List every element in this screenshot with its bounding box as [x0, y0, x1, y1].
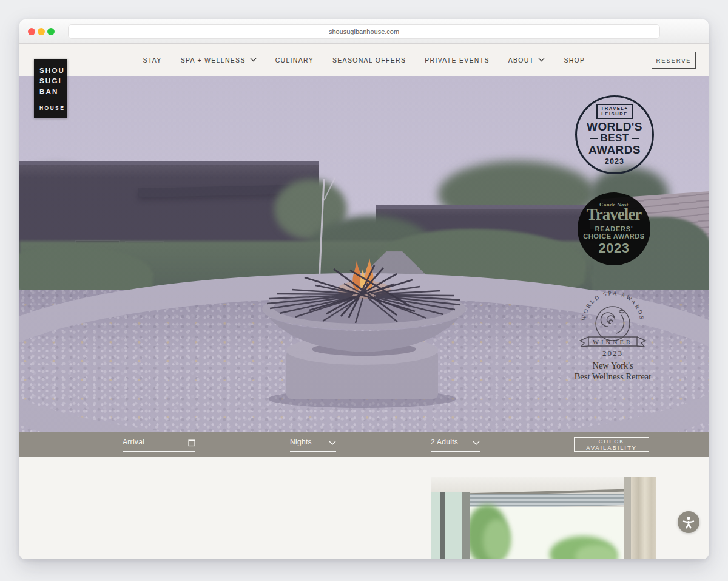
nights-select[interactable]: Nights	[290, 437, 336, 452]
nav-item-spa-wellness[interactable]: SPA + WELLNESS	[181, 56, 257, 64]
guests-value: 2 Adults	[431, 437, 458, 446]
logo-line: SUGI	[39, 76, 67, 86]
badge-brand: Traveler	[587, 205, 641, 224]
nav-item-label: PRIVATE EVENTS	[425, 56, 490, 64]
nav-links: STAY SPA + WELLNESS CULINARY SEASONAL OF…	[19, 44, 709, 76]
nav-item-label: SHOP	[564, 56, 585, 64]
badge-banner-text: WINNER	[593, 339, 633, 345]
site-logo[interactable]: SHOU SUGI BAN HOUSE	[34, 59, 67, 118]
booking-bar: Arrival Nights 2 Adults CHECK AVAILABILI…	[19, 432, 709, 457]
badge-title: READERS'	[595, 225, 633, 233]
badge-title: WORLD'S	[587, 121, 642, 133]
nav-item-label: SEASONAL OFFERS	[332, 56, 406, 64]
badge-year: 2023	[602, 348, 623, 358]
browser-window: shousugibanhouse.com SHOU SUGI BAN HOUSE…	[19, 19, 709, 559]
nav-item-private-events[interactable]: PRIVATE EVENTS	[425, 56, 490, 64]
chevron-down-icon	[538, 58, 545, 62]
badge-title: CHOICE AWARDS	[583, 233, 645, 240]
hero-video: TRAVEL+ LEISURE WORLD'S BEST AWARDS 2023…	[19, 76, 709, 432]
content-section	[19, 457, 709, 559]
nav-item-label: STAY	[143, 56, 162, 64]
nights-label: Nights	[290, 437, 312, 446]
calendar-icon	[188, 438, 195, 447]
award-badge-conde-nast: Condé Nast Traveler READERS' CHOICE AWAR…	[578, 192, 650, 265]
logo-line: BAN	[39, 87, 67, 97]
nav-item-about[interactable]: ABOUT	[508, 56, 545, 64]
badge-year: 2023	[599, 240, 630, 256]
url-bar[interactable]: shousugibanhouse.com	[68, 24, 660, 39]
nav-item-culinary[interactable]: CULINARY	[275, 56, 314, 64]
chevron-down-icon	[473, 441, 480, 446]
badge-title-row: BEST	[590, 133, 640, 144]
award-badge-world-spa: WORLD SPA AWARDS WINNER 2023	[570, 288, 655, 360]
main-nav: STAY SPA + WELLNESS CULINARY SEASONAL OF…	[19, 44, 709, 76]
nav-item-shop[interactable]: SHOP	[564, 56, 585, 64]
chevron-down-icon	[250, 58, 257, 62]
arrival-date-field[interactable]: Arrival	[123, 437, 195, 452]
reserve-button[interactable]: RESERVE	[652, 52, 696, 69]
site-page: SHOU SUGI BAN HOUSE STAY SPA + WELLNESS …	[19, 44, 709, 559]
arrival-label: Arrival	[123, 437, 144, 446]
accessibility-widget-button[interactable]	[678, 511, 699, 533]
guests-select[interactable]: 2 Adults	[431, 437, 480, 452]
logo-line: HOUSE	[39, 105, 67, 111]
check-availability-button[interactable]: CHECK AVAILABILITY	[574, 437, 649, 452]
nav-item-seasonal-offers[interactable]: SEASONAL OFFERS	[332, 56, 406, 64]
room-window-photo	[431, 477, 656, 559]
zoom-window-button[interactable]	[47, 28, 55, 35]
close-window-button[interactable]	[28, 28, 35, 35]
award-caption: New York's Best Wellness Retreat	[552, 360, 673, 382]
nav-item-stay[interactable]: STAY	[143, 56, 162, 64]
award-badge-travel-leisure: TRAVEL+ LEISURE WORLD'S BEST AWARDS 2023	[575, 95, 654, 174]
nav-item-label: SPA + WELLNESS	[181, 56, 246, 64]
minimize-window-button[interactable]	[38, 28, 45, 35]
browser-chrome: shousugibanhouse.com	[19, 19, 709, 44]
logo-line: SHOU	[39, 66, 67, 76]
logo-divider	[39, 101, 62, 101]
url-text: shousugibanhouse.com	[329, 28, 399, 35]
badge-year: 2023	[605, 157, 624, 166]
badge-brand: TRAVEL+ LEISURE	[596, 104, 632, 120]
nav-item-label: ABOUT	[508, 56, 534, 64]
badge-title: AWARDS	[588, 144, 641, 156]
accessibility-person-icon	[682, 515, 695, 529]
nav-item-label: CULINARY	[275, 56, 314, 64]
chevron-down-icon	[329, 441, 336, 446]
